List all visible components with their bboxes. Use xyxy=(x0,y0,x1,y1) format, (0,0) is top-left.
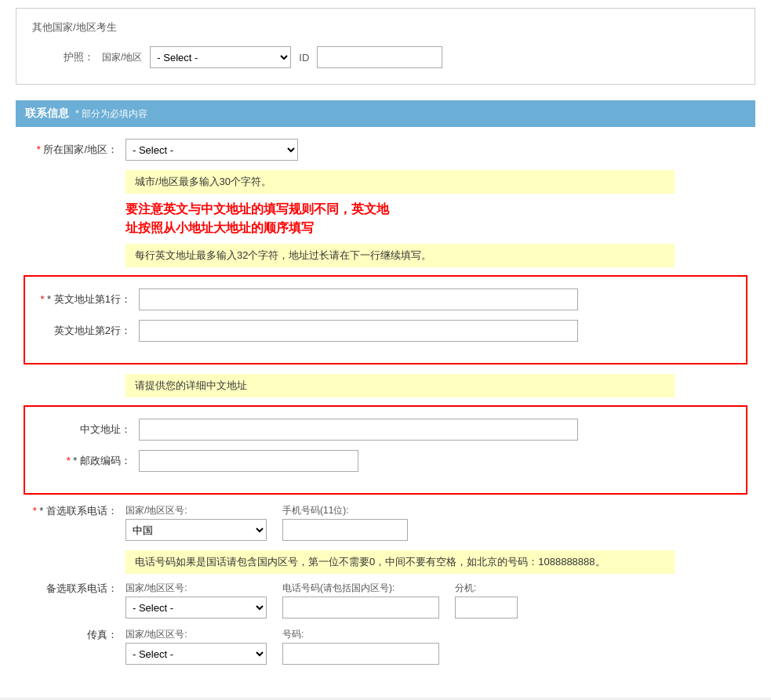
fax-section: 传真： 国家/地区区号: - Select - 号码: xyxy=(24,628,755,665)
fax-number-group: 号码: xyxy=(282,628,439,665)
primary-phone-label: * * 首选联系电话： xyxy=(24,504,125,518)
addr1-label: * * 英文地址第1行： xyxy=(37,292,139,306)
postcode-input[interactable] xyxy=(139,450,358,472)
cn-addr-row: 中文地址： xyxy=(37,419,734,441)
backup-phone-section: 备选联系电话： 国家/地区区号: - Select - 电话号码(请包括国内区号… xyxy=(24,582,755,618)
contact-section-header: 联系信息 * 部分为必填内容 xyxy=(16,100,755,127)
primary-phone-row: * * 首选联系电话： 国家/地区区号: 中国 手机号码(11位): xyxy=(24,504,755,541)
id-label: ID xyxy=(299,52,309,63)
cn-addr-label: 中文地址： xyxy=(37,423,139,437)
red-warning-text: 要注意英文与中文地址的填写规则不同，英文地 址按照从小地址大地址的顺序填写 xyxy=(125,200,755,238)
backup-ext-input[interactable] xyxy=(455,597,518,618)
primary-phone-section: * * 首选联系电话： 国家/地区区号: 中国 手机号码(11位): xyxy=(24,504,755,541)
english-address-box: * * 英文地址第1行： 英文地址第2行： xyxy=(24,275,747,365)
backup-phone-fields: 国家/地区区号: - Select - 电话号码(请包括国内区号): 分机: xyxy=(125,582,518,618)
primary-phone-fields: 国家/地区区号: 中国 手机号码(11位): xyxy=(125,504,408,541)
backup-country-select[interactable]: - Select - xyxy=(125,597,267,618)
country-label-text: 所在国家/地区： xyxy=(43,143,118,155)
city-hint-box: 城市/地区最多输入30个字符。 xyxy=(125,170,675,194)
backup-number-input[interactable] xyxy=(282,597,439,618)
country-label: 国家/地区 xyxy=(102,51,142,64)
backup-ext-group: 分机: xyxy=(455,582,518,618)
cn-addr-input[interactable] xyxy=(139,419,578,441)
backup-country-code-group: 国家/地区区号: - Select - xyxy=(125,582,267,618)
passport-country-select[interactable]: - Select - xyxy=(150,46,291,68)
postcode-label: * * 邮政编码： xyxy=(37,454,139,468)
fax-country-select[interactable]: - Select - xyxy=(125,643,267,665)
country-field-label: * 所在国家/地区： xyxy=(24,139,125,157)
primary-country-select[interactable]: 中国 xyxy=(125,519,267,541)
postcode-row: * * 邮政编码： xyxy=(37,450,734,472)
backup-phone-label: 备选联系电话： xyxy=(24,582,125,596)
primary-mobile-group: 手机号码(11位): xyxy=(282,504,408,541)
country-control: - Select - xyxy=(125,139,755,161)
primary-mobile-input[interactable] xyxy=(282,519,408,541)
fax-fields: 国家/地区区号: - Select - 号码: xyxy=(125,628,439,665)
address-hint-box: 每行英文地址最多输入32个字符，地址过长请在下一行继续填写。 xyxy=(125,244,675,267)
chinese-address-box: 中文地址： * * 邮政编码： xyxy=(24,405,747,495)
contact-section: 联系信息 * 部分为必填内容 * 所在国家/地区： - Select - 城市/… xyxy=(16,100,755,665)
fax-country-label: 国家/地区区号: xyxy=(125,628,267,641)
fax-country-group: 国家/地区区号: - Select - xyxy=(125,628,267,665)
backup-ext-label: 分机: xyxy=(455,582,518,595)
addr1-row: * * 英文地址第1行： xyxy=(37,288,734,310)
passport-section-title: 其他国家/地区考生 xyxy=(32,20,739,34)
fax-label: 传真： xyxy=(24,628,125,642)
phone-hint-box: 电话号码如果是国话请包含国内区号，第一位不需要0，中间不要有空格，如北京的号码：… xyxy=(125,550,675,574)
fax-number-label: 号码: xyxy=(282,628,439,641)
primary-country-code-label: 国家/地区区号: xyxy=(125,504,267,517)
country-row: * 所在国家/地区： - Select - xyxy=(16,139,755,161)
addr2-label: 英文地址第2行： xyxy=(37,324,139,338)
passport-section: 其他国家/地区考生 护照： 国家/地区 - Select - ID xyxy=(16,8,755,85)
backup-country-code-label: 国家/地区区号: xyxy=(125,582,267,595)
primary-mobile-label: 手机号码(11位): xyxy=(282,504,408,517)
chinese-hint-box: 请提供您的详细中文地址 xyxy=(125,374,675,397)
backup-number-label: 电话号码(请包括国内区号): xyxy=(282,582,439,595)
passport-row: 护照： 国家/地区 - Select - ID xyxy=(32,46,739,68)
passport-id-input[interactable] xyxy=(317,46,442,68)
contact-required-note: * 部分为必填内容 xyxy=(75,107,147,121)
addr1-input[interactable] xyxy=(139,288,578,310)
backup-number-group: 电话号码(请包括国内区号): xyxy=(282,582,439,618)
addr2-row: 英文地址第2行： xyxy=(37,320,734,342)
backup-phone-row: 备选联系电话： 国家/地区区号: - Select - 电话号码(请包括国内区号… xyxy=(24,582,755,618)
contact-section-title: 联系信息 xyxy=(25,107,69,121)
fax-number-input[interactable] xyxy=(282,643,439,665)
passport-label: 护照： xyxy=(64,50,94,64)
addr2-input[interactable] xyxy=(139,320,578,342)
country-select[interactable]: - Select - xyxy=(125,139,298,161)
primary-country-code-group: 国家/地区区号: 中国 xyxy=(125,504,267,541)
